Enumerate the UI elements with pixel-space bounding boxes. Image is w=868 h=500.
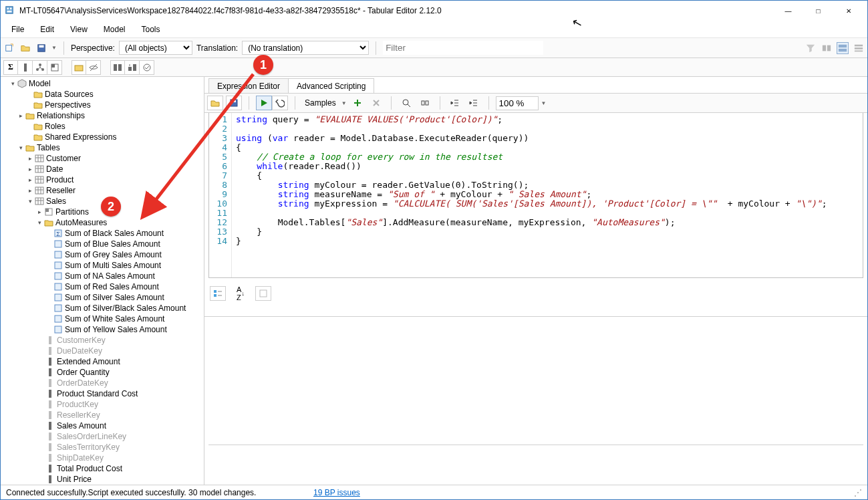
tree-sales-automeasures[interactable]: ▾AutoMeasures	[1, 217, 204, 228]
layout-icon-2[interactable]	[837, 42, 849, 54]
svg-rect-81	[214, 294, 216, 297]
tree-table-product[interactable]: ▸Product	[1, 174, 204, 185]
menu-tools[interactable]: Tools	[135, 22, 167, 37]
tab-advanced-scripting[interactable]: Advanced Scripting	[288, 78, 374, 93]
filter-input[interactable]	[383, 41, 543, 55]
tree-shared-expressions[interactable]: Shared Expressions	[1, 132, 204, 142]
column-icon	[45, 378, 55, 388]
delete-icon[interactable]	[368, 96, 384, 110]
tree-table-reseller[interactable]: ▸Reseller	[1, 185, 204, 196]
replace-icon[interactable]	[417, 96, 433, 110]
tree-measure[interactable]: Sum of NA Sales Amount	[1, 271, 204, 281]
measure-icon	[53, 314, 63, 324]
translation-dropdown[interactable]: (No translation)	[242, 41, 369, 55]
tree-measure[interactable]: Sum of White Sales Amount	[1, 314, 204, 324]
samples-button[interactable]: Samples	[302, 98, 339, 108]
tab-expression-editor[interactable]: Expression Editor	[208, 78, 289, 93]
tree-data-sources[interactable]: Data Sources	[1, 89, 204, 100]
tree-model-root[interactable]: ▾ Model	[1, 78, 204, 89]
open-model-icon[interactable]	[19, 42, 31, 54]
tree-column[interactable]: Unit Price	[1, 474, 204, 485]
save-dropdown-icon[interactable]: ▼	[51, 45, 57, 51]
find-icon[interactable]	[398, 96, 414, 110]
tree-column[interactable]: ResellerKey	[1, 410, 204, 420]
alphabetical-icon[interactable]: AZ↓	[233, 286, 249, 301]
tree-measure[interactable]: Sum of Grey Sales Amount	[1, 249, 204, 260]
bp-issues-link[interactable]: 19 BP issues	[313, 488, 360, 497]
tree-measure[interactable]: Sum of Multi Sales Amount	[1, 260, 204, 271]
tree-measure[interactable]: Sum of Yellow Sales Amount	[1, 324, 204, 335]
tree-toolbar: Σ	[1, 58, 867, 77]
zoom-combobox[interactable]	[496, 96, 539, 110]
tree-perspectives[interactable]: Perspectives	[1, 100, 204, 110]
layout-icon-1[interactable]	[821, 42, 833, 54]
tree-column[interactable]: Sales Amount	[1, 420, 204, 431]
tree-measure[interactable]: Sum of Red Sales Amount	[1, 281, 204, 292]
svg-rect-51	[55, 241, 61, 247]
menu-model[interactable]: Model	[97, 22, 132, 37]
window-minimize-button[interactable]: —	[773, 1, 803, 21]
tree-column[interactable]: Order Quantity	[1, 367, 204, 378]
menu-edit[interactable]: Edit	[33, 22, 61, 37]
svg-rect-12	[855, 47, 863, 49]
code-editor[interactable]: 1234567891011121314 string query = "EVAL…	[208, 113, 863, 278]
output-panel[interactable]	[208, 445, 863, 485]
indent-icon[interactable]	[466, 96, 482, 110]
tree-table-customer[interactable]: ▸Customer	[1, 153, 204, 164]
layout-icon-3[interactable]	[853, 42, 865, 54]
tree-column[interactable]: DueDateKey	[1, 346, 204, 356]
tree-roles[interactable]: Roles	[1, 121, 204, 132]
show-measures-icon[interactable]: Σ	[3, 60, 18, 75]
add-icon[interactable]	[349, 96, 366, 110]
view-option-2-icon[interactable]	[125, 60, 140, 75]
save-script-icon[interactable]	[226, 96, 242, 110]
tree-column[interactable]: CustomerKey	[1, 335, 204, 346]
tree-measure[interactable]: Sum of Silver Sales Amount	[1, 292, 204, 303]
new-model-icon[interactable]	[3, 42, 15, 54]
tree-tables[interactable]: ▾Tables	[1, 142, 204, 153]
outdent-icon[interactable]	[447, 96, 463, 110]
tree-column[interactable]: Extended Amount	[1, 356, 204, 367]
tree-column[interactable]: ProductKey	[1, 399, 204, 410]
svg-rect-80	[214, 290, 216, 293]
show-partitions-icon[interactable]	[47, 60, 62, 75]
view-option-1-icon[interactable]	[110, 60, 125, 75]
show-hierarchies-icon[interactable]	[33, 60, 47, 75]
window-close-button[interactable]: ✕	[833, 1, 863, 21]
tree-column[interactable]: SalesTerritoryKey	[1, 442, 204, 453]
svg-rect-75	[232, 100, 236, 102]
tree-column[interactable]: Total Product Cost	[1, 463, 204, 474]
tree-relationships[interactable]: ▸Relationships	[1, 110, 204, 121]
display-folders-icon[interactable]	[71, 60, 86, 75]
undo-script-icon[interactable]	[272, 96, 288, 110]
property-grid[interactable]	[204, 317, 867, 445]
tree-column[interactable]: ShipDateKey	[1, 453, 204, 463]
tree-measure[interactable]: Sum of Silver/Black Sales Amount	[1, 303, 204, 314]
menu-file[interactable]: File	[5, 22, 31, 37]
open-script-icon[interactable]	[207, 96, 223, 110]
property-pages-icon[interactable]	[255, 286, 271, 301]
view-option-3-icon[interactable]	[140, 60, 154, 75]
tree-column[interactable]: OrderDateKey	[1, 378, 204, 388]
model-tree[interactable]: ▾ Model Data Sources Perspectives ▸Relat…	[1, 77, 204, 485]
code-content[interactable]: string query = "EVALUATE VALUES('Product…	[232, 113, 863, 277]
hidden-objects-icon[interactable]	[86, 60, 101, 75]
svg-rect-35	[35, 176, 43, 183]
tree-measure[interactable]: ΣSum of Black Sales Amount	[1, 228, 204, 239]
column-icon	[45, 335, 55, 346]
show-columns-icon[interactable]	[18, 60, 33, 75]
tree-column[interactable]: SalesOrderLineKey	[1, 431, 204, 442]
categorized-icon[interactable]	[210, 286, 226, 301]
filter-icon[interactable]	[805, 42, 817, 54]
resize-grip-icon[interactable]: ⋰	[854, 488, 862, 497]
save-model-icon[interactable]	[35, 42, 47, 54]
window-maximize-button[interactable]: □	[803, 1, 833, 21]
menu-view[interactable]: View	[63, 22, 94, 37]
zoom-dropdown-icon[interactable]: ▼	[541, 100, 547, 106]
tree-measure[interactable]: Sum of Blue Sales Amount	[1, 239, 204, 249]
perspective-dropdown[interactable]: (All objects)	[119, 41, 192, 55]
svg-rect-63	[49, 368, 51, 376]
tree-column[interactable]: Product Standard Cost	[1, 388, 204, 399]
run-script-button[interactable]	[256, 96, 272, 110]
tree-table-date[interactable]: ▸Date	[1, 164, 204, 174]
